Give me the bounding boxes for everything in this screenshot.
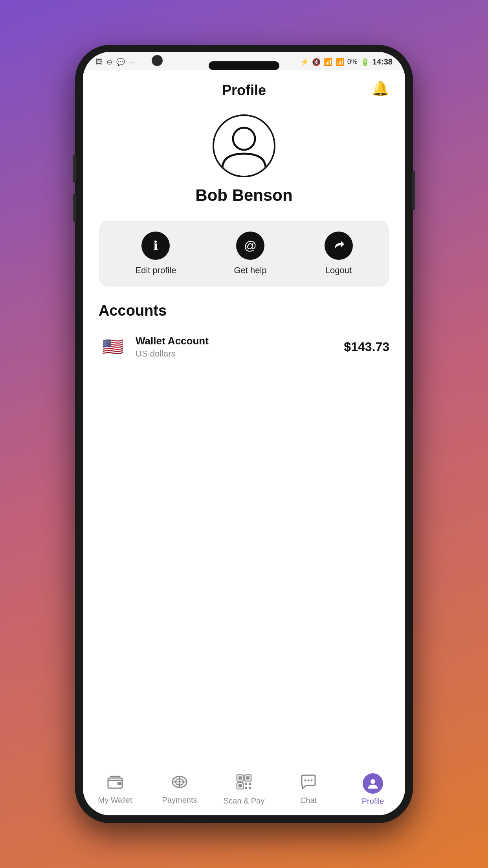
screen: 🖼 ⊖ 💬 ··· ⚡ 🔇 📶 📶 0% 🔋 14:38 Profile 🔔: [83, 52, 405, 815]
accounts-section: Accounts 🇺🇸 Wallet Account US dollars $1…: [83, 298, 405, 369]
payments-icon: [171, 775, 188, 793]
avatar-svg: [216, 118, 272, 173]
wifi-icon: 📶: [324, 58, 332, 66]
nav-label-my-wallet: My Wallet: [98, 796, 132, 805]
account-name: Wallet Account: [136, 335, 209, 347]
get-help-button[interactable]: @ Get help: [234, 232, 266, 276]
logout-label: Logout: [325, 265, 352, 276]
notification-bell-icon[interactable]: 🔔: [372, 80, 389, 97]
nav-item-my-wallet[interactable]: My Wallet: [92, 775, 139, 805]
logout-icon: [325, 232, 353, 260]
accounts-title: Accounts: [99, 302, 389, 319]
status-left-icons: 🖼 ⊖ 💬 ···: [95, 58, 135, 66]
svg-point-20: [371, 779, 375, 784]
account-info: Wallet Account US dollars: [136, 335, 209, 359]
signal-icon: 📶: [336, 58, 344, 66]
avatar[interactable]: [213, 114, 275, 177]
side-button: [412, 171, 415, 210]
svg-point-0: [233, 128, 255, 150]
svg-rect-2: [117, 782, 121, 785]
nav-item-profile[interactable]: Profile: [349, 773, 396, 806]
edit-profile-button[interactable]: ℹ Edit profile: [135, 232, 176, 276]
account-balance: $143.73: [344, 340, 389, 354]
page-title: Profile: [222, 82, 266, 99]
content-spacer: [83, 369, 405, 766]
wallet-icon: [107, 775, 123, 793]
svg-rect-13: [245, 783, 247, 785]
svg-rect-12: [238, 784, 242, 787]
svg-point-17: [305, 779, 306, 781]
svg-point-18: [308, 779, 310, 781]
battery-percent: 0%: [347, 58, 358, 66]
app-content: Profile 🔔 Bob Benson ℹ: [83, 70, 405, 815]
nav-item-payments[interactable]: Payments: [156, 775, 203, 805]
svg-rect-15: [245, 787, 247, 789]
volume-down-button: [73, 194, 76, 222]
status-right-icons: ⚡ 🔇 📶 📶 0% 🔋 14:38: [300, 57, 393, 66]
svg-rect-8: [238, 776, 242, 780]
edit-profile-icon: ℹ: [141, 232, 170, 260]
camera: [152, 55, 163, 66]
phone-frame: 🖼 ⊖ 💬 ··· ⚡ 🔇 📶 📶 0% 🔋 14:38 Profile 🔔: [75, 45, 413, 823]
account-currency: US dollars: [136, 349, 209, 359]
status-time: 14:38: [372, 57, 393, 66]
status-icon-more: ···: [129, 58, 135, 66]
action-bar: ℹ Edit profile @ Get help Logout: [99, 221, 389, 287]
bluetooth-icon: ⚡: [300, 58, 309, 66]
svg-rect-14: [249, 783, 251, 785]
status-icon-image: 🖼: [95, 58, 103, 66]
logout-button[interactable]: Logout: [325, 232, 353, 276]
account-left: 🇺🇸 Wallet Account US dollars: [99, 333, 209, 361]
nav-item-chat[interactable]: Chat: [285, 774, 332, 805]
nav-label-scan-pay: Scan & Pay: [224, 796, 265, 805]
edit-profile-label: Edit profile: [135, 265, 176, 276]
nav-label-payments: Payments: [162, 796, 197, 805]
avatar-section: Bob Benson: [83, 107, 405, 209]
bottom-nav: My Wallet Payments: [83, 766, 405, 815]
flag-icon: 🇺🇸: [99, 333, 127, 361]
profile-active-icon: [363, 773, 383, 794]
battery-icon: 🔋: [361, 58, 369, 66]
status-icon-minus: ⊖: [106, 58, 112, 66]
mute-icon: 🔇: [312, 58, 321, 66]
svg-point-19: [311, 779, 313, 781]
app-header: Profile 🔔: [83, 70, 405, 107]
nav-label-profile: Profile: [362, 797, 384, 806]
volume-up-button: [73, 155, 76, 182]
user-name: Bob Benson: [195, 186, 292, 205]
get-help-label: Get help: [234, 265, 266, 276]
scan-pay-icon: [236, 774, 252, 793]
nav-label-chat: Chat: [300, 796, 317, 805]
status-bar: 🖼 ⊖ 💬 ··· ⚡ 🔇 📶 📶 0% 🔋 14:38: [83, 52, 405, 70]
table-row[interactable]: 🇺🇸 Wallet Account US dollars $143.73: [99, 329, 389, 365]
chat-icon: [300, 774, 317, 793]
nav-item-scan-pay[interactable]: Scan & Pay: [220, 774, 268, 805]
status-icon-whatsapp: 💬: [116, 58, 125, 66]
svg-rect-16: [249, 787, 251, 789]
svg-rect-10: [246, 776, 250, 780]
get-help-icon: @: [236, 232, 264, 260]
